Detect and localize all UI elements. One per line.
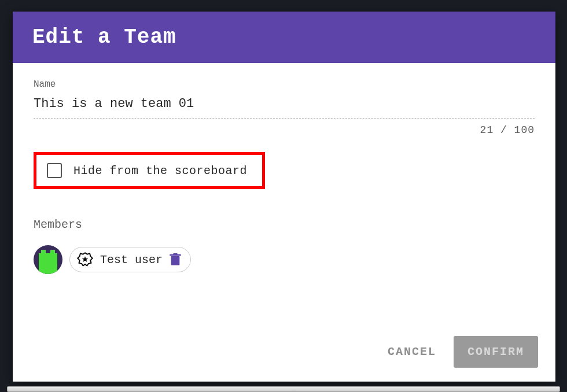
member-row: Test user bbox=[34, 245, 535, 274]
char-counter: 21 / 100 bbox=[34, 124, 535, 136]
dialog-footer: CANCEL CONFIRM bbox=[13, 324, 555, 382]
cancel-button[interactable]: CANCEL bbox=[384, 338, 440, 365]
dialog-body: Name 21 / 100 Hide from the scoreboard M… bbox=[13, 63, 555, 324]
hide-scoreboard-row: Hide from the scoreboard bbox=[34, 152, 265, 189]
member-chip: Test user bbox=[69, 247, 191, 272]
svg-rect-2 bbox=[173, 253, 177, 254]
member-name: Test user bbox=[100, 253, 163, 267]
background-scrollbar[interactable] bbox=[7, 386, 560, 392]
trash-icon[interactable] bbox=[170, 253, 181, 266]
members-label: Members bbox=[34, 218, 535, 231]
confirm-button[interactable]: CONFIRM bbox=[454, 336, 538, 368]
svg-rect-0 bbox=[171, 256, 180, 265]
badge-icon bbox=[77, 252, 93, 268]
edit-team-dialog: Edit a Team Name 21 / 100 Hide from the … bbox=[13, 12, 555, 382]
members-section: Members Test user bbox=[34, 218, 535, 274]
name-label: Name bbox=[34, 79, 535, 90]
avatar bbox=[34, 245, 62, 274]
hide-scoreboard-checkbox[interactable] bbox=[47, 163, 62, 178]
team-name-input[interactable] bbox=[34, 94, 535, 119]
dialog-title: Edit a Team bbox=[13, 12, 555, 63]
hide-scoreboard-label: Hide from the scoreboard bbox=[73, 164, 247, 177]
